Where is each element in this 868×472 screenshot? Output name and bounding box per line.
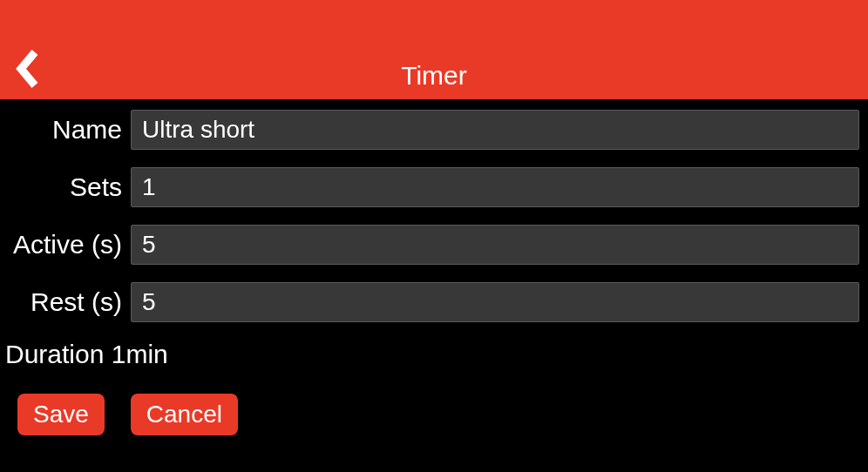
button-row: Save Cancel xyxy=(0,394,868,435)
sets-label: Sets xyxy=(0,172,131,202)
form-row-active: Active (s) xyxy=(0,225,868,265)
chevron-left-icon xyxy=(14,49,38,89)
form-row-rest: Rest (s) xyxy=(0,282,868,322)
name-input[interactable] xyxy=(131,110,859,150)
form-row-name: Name xyxy=(0,110,868,150)
timer-form: Name Sets Active (s) Rest (s) Duration 1… xyxy=(0,99,868,435)
save-button[interactable]: Save xyxy=(17,394,105,435)
cancel-button[interactable]: Cancel xyxy=(131,394,238,435)
app-header: Timer xyxy=(0,0,868,99)
back-button[interactable] xyxy=(10,44,42,94)
rest-input[interactable] xyxy=(131,282,859,322)
duration-display: Duration 1min xyxy=(0,340,868,369)
active-input[interactable] xyxy=(131,225,859,265)
page-title: Timer xyxy=(401,61,467,91)
rest-label: Rest (s) xyxy=(0,287,131,317)
name-label: Name xyxy=(0,115,131,145)
form-row-sets: Sets xyxy=(0,167,868,207)
sets-input[interactable] xyxy=(131,167,859,207)
active-label: Active (s) xyxy=(0,230,131,260)
